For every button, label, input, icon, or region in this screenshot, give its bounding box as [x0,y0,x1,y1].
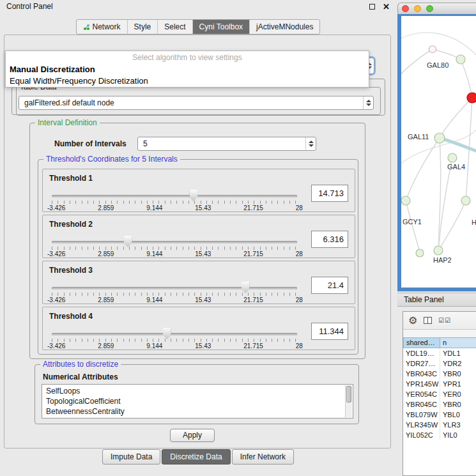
scale-tick-label: 2.859 [98,250,114,257]
node-gal80[interactable] [456,55,465,64]
scale-tick-label: -3.426 [47,204,65,211]
table-row[interactable]: YBR043CYBR0 [403,369,476,379]
threshold-4-panel: Threshold 4 -3.426 2.859 9.144 15.43 21.… [42,307,355,350]
column-header-shared-name[interactable]: shared… [403,337,440,348]
numerical-attributes-list[interactable]: SelfLoops TopologicalCoefficient Between… [42,384,353,418]
cell[interactable]: YLR345W [403,420,440,430]
node-hap2[interactable] [434,246,443,255]
dropdown-option-manual-discretization[interactable]: Manual Discretization [10,65,95,74]
list-scrollbar[interactable] [345,385,352,417]
table-row[interactable]: YIL052CYIL0 [403,430,476,440]
table-row[interactable]: YDL19…YDL1 [403,348,476,358]
threshold-4-slider[interactable]: -3.426 2.859 9.144 15.43 21.715 28 [52,326,297,351]
gear-icon[interactable]: ⚙ [408,316,417,326]
select-columns-icons[interactable]: ☑☑ [438,317,451,324]
list-item[interactable]: BetweennessCentrality [46,406,353,417]
cell[interactable]: YPR145W [403,379,440,389]
table-data-combobox[interactable]: galFiltered.sif default node [19,96,374,110]
cell[interactable]: YBR045C [403,399,440,410]
thresholds-coordinates-group: Threshold's Coordinates for 5 Intervals … [38,159,358,355]
table-row[interactable]: YER054CYER0 [403,389,476,399]
threshold-3-value-field[interactable]: 21.4 [311,277,348,294]
cell[interactable]: YDR2 [440,358,476,369]
cell[interactable]: YBL079W [403,410,440,420]
number-of-intervals-combobox[interactable]: 5 [137,137,316,151]
list-item[interactable]: SelfLoops [46,386,353,396]
combo-arrows-icon[interactable] [305,137,316,150]
tab-select[interactable]: Select [157,20,192,34]
network-window-titlebar[interactable] [397,3,476,14]
cell[interactable]: YPR1 [440,379,476,389]
tab-cyni-toolbox[interactable]: Cyni Toolbox [192,20,249,34]
float-window-icon[interactable] [369,4,375,10]
cell[interactable]: YDL1 [440,348,476,358]
cell[interactable]: YBR0 [440,399,476,410]
slider-thumb[interactable] [163,328,171,339]
table-panel-header[interactable]: Table Panel [397,293,476,307]
cell[interactable]: YBL0 [440,410,476,420]
threshold-2-slider[interactable]: -3.426 2.859 9.144 15.43 21.715 28 [52,234,297,259]
table-row[interactable]: YLR345WYLR3 [403,420,476,430]
node[interactable] [416,249,424,257]
tab-infer-network[interactable]: Infer Network [232,449,294,464]
node-gcy1[interactable] [401,196,410,205]
cell[interactable]: YIL052C [403,430,440,440]
scale-tick-label: 9.144 [146,204,162,211]
node[interactable] [461,196,470,205]
network-canvas-frame: GAL80 GAL11 GAL4 GCY1 HAP2 H [397,14,476,291]
table-row[interactable]: YPR145WYPR1 [403,379,476,389]
column-header-name[interactable]: n [440,337,476,348]
list-item[interactable]: TopologicalCoefficient [46,396,353,406]
threshold-3-slider[interactable]: -3.426 2.859 9.144 15.43 21.715 28 [52,280,297,305]
columns-icon[interactable] [424,317,432,324]
tab-impute-data[interactable]: Impute Data [102,449,160,464]
scale-tick-label: 28 [296,250,303,257]
close-icon[interactable]: ✕ [383,3,390,11]
apply-button[interactable]: Apply [170,429,215,442]
tab-discretize-data[interactable]: Discretize Data [162,449,230,464]
table-row[interactable]: YBL079WYBL0 [403,410,476,420]
close-traffic-light-icon[interactable] [402,5,409,12]
tab-jactivemnodules[interactable]: jActiveMNodules [249,20,319,34]
control-panel-window: Control Panel ✕ Network Style Select Cyn… [0,0,396,476]
tab-network[interactable]: Network [77,20,127,34]
threshold-1-slider[interactable]: -3.426 2.859 9.144 15.43 21.715 28 [52,188,297,213]
cell[interactable]: YER054C [403,389,440,399]
node-gal4[interactable] [448,153,457,162]
cell[interactable]: YDL19… [403,348,440,358]
numerical-attributes-label: Numerical Attributes [43,372,118,381]
node-label-gal4: GAL4 [447,163,465,171]
control-panel-titlebar: Control Panel ✕ [0,0,396,13]
node[interactable] [429,46,436,53]
slider-thumb[interactable] [189,190,197,201]
cell[interactable]: YBR0 [440,369,476,379]
cell[interactable]: YIL0 [440,430,476,440]
dropdown-option-equal-width-frequency[interactable]: Equal Width/Frequency Discretization [10,76,148,86]
cell[interactable]: YBR043C [403,369,440,379]
scrollbar-thumb[interactable] [346,386,351,403]
combo-arrows-icon[interactable] [363,96,373,109]
slider-thumb[interactable] [124,236,132,247]
node-attribute-table[interactable]: shared… n YDL19…YDL1 YDR27…YDR2 YBR043CY… [403,337,476,475]
cell[interactable]: YER0 [440,389,476,399]
zoom-traffic-light-icon[interactable] [426,5,433,12]
scale-tick-label: 21.715 [243,250,263,257]
slider-thumb[interactable] [242,282,250,293]
scale-tick-label: -3.426 [47,250,65,257]
scale-tick-label: 21.715 [243,342,263,349]
table-row[interactable]: YBR045CYBR0 [403,399,476,410]
selected-node[interactable] [467,93,476,103]
threshold-2-value-field[interactable]: 6.316 [311,231,348,248]
table-data-value: galFiltered.sif default node [24,98,114,107]
network-canvas[interactable]: GAL80 GAL11 GAL4 GCY1 HAP2 H [401,16,476,289]
node-gal11[interactable] [434,133,445,143]
tab-style[interactable]: Style [127,20,158,34]
threshold-4-value-field[interactable]: 11.344 [311,323,348,340]
slider-track [52,195,297,197]
table-row[interactable]: YDR27…YDR2 [403,358,476,369]
cell[interactable]: YDR27… [403,358,440,369]
threshold-1-value-field[interactable]: 14.713 [311,185,348,202]
minimize-traffic-light-icon[interactable] [414,5,421,12]
cell[interactable]: YLR3 [440,420,476,430]
attributes-group-label: Attributes to discretize [40,360,121,369]
